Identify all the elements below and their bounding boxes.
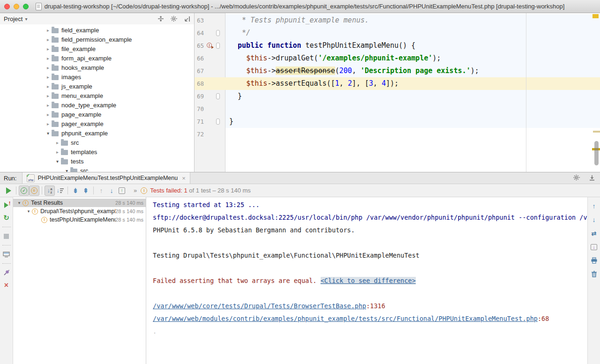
- project-tree-item[interactable]: ▾src: [0, 166, 194, 172]
- code-line[interactable]: [225, 128, 600, 141]
- project-tree-item[interactable]: ▾tests: [0, 156, 194, 166]
- editor-gutter[interactable]: 63: [195, 14, 225, 27]
- test-result-row[interactable]: ▾!Drupal\Tests\phpunit_example\Functiona…: [13, 207, 146, 215]
- hide-panel-icon[interactable]: [184, 16, 190, 22]
- project-tree-item[interactable]: ▸hooks_example: [0, 63, 194, 72]
- code-line[interactable]: public function testPhpUnitExampleMenu()…: [225, 39, 600, 52]
- console-link[interactable]: /var/www/web/modules/contrib/examples/ph…: [153, 315, 538, 322]
- chevron-right-icon[interactable]: ▸: [54, 140, 61, 145]
- console-link[interactable]: /var/www/web/core/tests/Drupal/Tests/Bro…: [153, 302, 366, 310]
- test-result-row[interactable]: !testPhpUnitExampleMenu28 s 140 ms: [13, 215, 146, 224]
- project-tree-item[interactable]: ▸form_api_example: [0, 53, 194, 63]
- editor-gutter[interactable]: 65!: [195, 39, 225, 52]
- error-stripe-mark[interactable]: [593, 131, 600, 133]
- sort-by-duration-toggle[interactable]: ↓: [55, 186, 65, 196]
- run-settings-gear-icon[interactable]: [573, 174, 580, 181]
- chevron-right-icon[interactable]: ▸: [45, 84, 52, 89]
- fold-marker-icon[interactable]: [216, 30, 220, 36]
- chevron-right-icon[interactable]: ▸: [45, 65, 52, 70]
- chevron-right-icon[interactable]: ▸: [45, 93, 52, 98]
- project-tree-item[interactable]: ▸field_example: [0, 25, 194, 35]
- collapse-all-button[interactable]: ⇞: [81, 186, 91, 196]
- project-tree-item[interactable]: ▸file_example: [0, 44, 194, 53]
- minimize-window-button[interactable]: [14, 4, 19, 9]
- code-line[interactable]: }: [225, 115, 600, 128]
- expand-all-button[interactable]: ⇟: [70, 186, 81, 196]
- code-line[interactable]: $this->assertEquals([1, 2], [3, 4]);: [225, 77, 600, 90]
- error-stripe-warning-indicator[interactable]: [592, 14, 599, 18]
- project-tree-item[interactable]: ▸pager_example: [0, 119, 194, 128]
- project-tree-item[interactable]: ▸field_permission_example: [0, 35, 194, 44]
- code-line[interactable]: $this->drupalGet('/examples/phpunit-exam…: [225, 52, 600, 65]
- show-ignored-toggle[interactable]: ≡: [29, 186, 39, 196]
- code-editor[interactable]: 63 * Tests phpunit_example menus.64 */65…: [195, 13, 600, 172]
- test-console-output[interactable]: Testing started at 13:25 ...sftp://docke…: [147, 197, 587, 364]
- project-tree-item[interactable]: ▸src: [0, 138, 194, 147]
- code-line[interactable]: }: [225, 90, 600, 103]
- previous-message-button[interactable]: ↑: [590, 202, 598, 210]
- chevron-down-icon[interactable]: ▾: [54, 159, 61, 164]
- restore-layout-button[interactable]: [2, 250, 11, 259]
- sort-alphabetically-toggle[interactable]: ↓az: [45, 186, 55, 196]
- print-button[interactable]: [590, 256, 598, 265]
- editor-gutter[interactable]: 67: [195, 65, 225, 77]
- close-window-button[interactable]: [4, 4, 10, 9]
- chevron-right-icon[interactable]: ▸: [45, 56, 52, 61]
- editor-gutter[interactable]: 69: [195, 90, 225, 103]
- console-link[interactable]: <Click to see difference>: [321, 277, 416, 284]
- fold-marker-icon[interactable]: [216, 119, 220, 125]
- chevron-down-icon[interactable]: ▾: [25, 209, 32, 214]
- editor-gutter[interactable]: 70: [195, 103, 225, 115]
- fold-marker-icon[interactable]: [216, 93, 220, 99]
- chevron-down-icon[interactable]: ▾: [25, 16, 27, 22]
- zoom-window-button[interactable]: [23, 4, 29, 9]
- stop-button[interactable]: [2, 232, 11, 240]
- failed-test-icon[interactable]: !: [207, 43, 212, 48]
- soft-wrap-toggle[interactable]: ⇄: [590, 229, 598, 238]
- close-tab-icon[interactable]: ×: [182, 175, 186, 181]
- chevron-right-icon[interactable]: ▸: [45, 121, 52, 126]
- project-tree-item[interactable]: ▸js_example: [0, 82, 194, 91]
- pin-tab-button[interactable]: [2, 268, 11, 277]
- editor-gutter[interactable]: 64: [195, 27, 225, 39]
- project-panel-title[interactable]: Project: [4, 15, 22, 22]
- editor-gutter[interactable]: 72: [195, 128, 225, 141]
- toggle-auto-test-button[interactable]: ↻: [2, 214, 11, 222]
- chevron-right-icon[interactable]: ▸: [54, 149, 61, 155]
- code-line[interactable]: * Tests phpunit_example menus.: [225, 14, 600, 27]
- chevron-right-icon[interactable]: ▸: [45, 37, 52, 42]
- next-message-button[interactable]: ↓: [590, 215, 598, 224]
- chevron-right-icon[interactable]: ▸: [45, 112, 52, 117]
- chevron-down-icon[interactable]: ▾: [45, 131, 52, 136]
- editor-scrollbar-thumb[interactable]: [594, 141, 599, 165]
- project-tree-item[interactable]: ▸images: [0, 72, 194, 82]
- editor-gutter[interactable]: 68: [195, 77, 225, 90]
- scroll-to-end-button[interactable]: ↓: [590, 243, 598, 251]
- code-line[interactable]: */: [225, 27, 600, 39]
- show-passed-toggle[interactable]: ✓: [19, 186, 29, 196]
- chevron-down-icon[interactable]: ▾: [63, 168, 70, 172]
- chevron-right-icon[interactable]: ▸: [45, 74, 52, 80]
- project-tree-item[interactable]: ▸page_example: [0, 110, 194, 119]
- code-line[interactable]: $this->assertResponse(200, 'Description …: [225, 65, 600, 77]
- project-tree-item[interactable]: ▸menu_example: [0, 91, 194, 100]
- previous-failed-test-button[interactable]: ↑: [96, 186, 106, 196]
- run-tab[interactable]: php ✓ PHPUnitExampleMenuTest.testPhpUnit…: [22, 172, 190, 184]
- rerun-button[interactable]: [3, 186, 14, 196]
- editor-gutter[interactable]: 71: [195, 115, 225, 128]
- rerun-failed-tests-button[interactable]: !: [2, 201, 11, 209]
- project-tree-item[interactable]: ▸templates: [0, 147, 194, 156]
- editor-gutter[interactable]: 66: [195, 52, 225, 65]
- clear-console-button[interactable]: [590, 270, 598, 278]
- chevron-right-icon[interactable]: ▸: [45, 46, 52, 52]
- chevron-down-icon[interactable]: ▾: [16, 201, 22, 205]
- hide-run-panel-icon[interactable]: [589, 175, 595, 181]
- close-run-panel-button[interactable]: ×: [2, 281, 11, 290]
- project-tree-item[interactable]: ▸node_type_example: [0, 100, 194, 110]
- test-result-row[interactable]: ▾!Test Results28 s 140 ms: [13, 199, 146, 207]
- chevrons-icon[interactable]: »: [134, 187, 137, 194]
- code-line[interactable]: [225, 103, 600, 115]
- settings-gear-icon[interactable]: [171, 15, 178, 22]
- chevron-right-icon[interactable]: ▸: [45, 103, 52, 108]
- export-test-results-button[interactable]: ↑: [117, 186, 127, 196]
